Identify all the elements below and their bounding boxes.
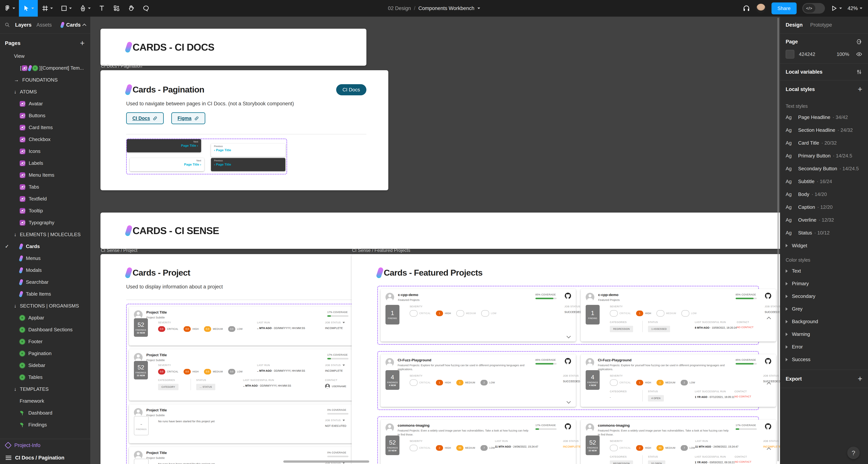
sidebar-page-row[interactable]: ✓ Cards <box>0 240 90 253</box>
status-chip[interactable]: 1 ASSESSED <box>648 326 670 332</box>
featured-row-selection[interactable]: commons-imaging Featured Projects: Even … <box>377 417 759 464</box>
sidebar-page-row[interactable]: Icons <box>0 145 90 157</box>
project-card[interactable]: Project Title Project Subtitle 17% COVER… <box>129 306 368 345</box>
pagination-tile[interactable]: Next Page Title › <box>127 139 201 152</box>
tab-design[interactable]: Design <box>786 22 803 28</box>
text-style-row[interactable]: Ag Secondary Button · 14/24.5 <box>780 162 868 175</box>
current-page-chip[interactable]: Cards <box>61 22 86 28</box>
add-export-button[interactable]: + <box>858 375 862 383</box>
sidebar-page-row[interactable]: Menus <box>0 253 90 264</box>
frame-tool-button[interactable] <box>38 0 57 16</box>
widget-style-folder[interactable]: Widget <box>780 239 868 252</box>
github-icon[interactable] <box>564 423 571 430</box>
sidebar-page-row[interactable]: Menu Items <box>0 169 90 181</box>
variables-sliders-icon[interactable] <box>856 69 862 75</box>
help-button[interactable]: ? <box>847 446 860 459</box>
expand-arrow-icon[interactable]: ↓ <box>14 89 17 95</box>
text-style-row[interactable]: Ag Caption · 12/20 <box>780 201 868 213</box>
sidebar-page-row[interactable]: Tables <box>0 371 90 383</box>
project-cards-selection[interactable]: Project Title Project Subtitle 17% COVER… <box>126 304 371 464</box>
link-button[interactable]: Figma <box>171 112 205 124</box>
sidebar-page-row[interactable]: ↓ ATOMS <box>0 86 90 98</box>
color-style-group[interactable]: Grey <box>780 303 868 315</box>
text-style-row[interactable]: Ag Status · 10/12 <box>780 226 868 239</box>
sidebar-page-row[interactable]: Dashboard <box>0 407 90 419</box>
text-tool-button[interactable] <box>94 0 109 16</box>
category-chip[interactable]: REGRESSION <box>610 460 633 464</box>
share-button[interactable]: Share <box>772 2 797 14</box>
github-icon[interactable] <box>765 292 772 299</box>
text-style-row[interactable]: Ag Subtitle · 16/24 <box>780 175 868 188</box>
expand-chevron-icon[interactable] <box>767 317 771 321</box>
sidebar-page-row[interactable]: Card Items <box>0 122 90 133</box>
github-icon[interactable] <box>765 423 772 430</box>
breadcrumb-file[interactable]: Components Workbench <box>418 5 474 11</box>
sidebar-page-row[interactable]: Footer <box>0 336 90 347</box>
github-icon[interactable] <box>765 358 772 365</box>
sidebar-page-row[interactable]: Sidebar <box>0 359 90 371</box>
actions-tool-button[interactable] <box>109 0 124 16</box>
audio-headphones-icon[interactable] <box>742 4 750 12</box>
horizontal-scrollbar[interactable] <box>283 460 369 463</box>
github-icon[interactable] <box>564 358 571 365</box>
chevron-down-icon[interactable] <box>477 7 480 9</box>
sidebar-page-row[interactable]: Findings <box>0 419 90 431</box>
move-tool-button[interactable] <box>19 0 38 16</box>
pagination-tile[interactable]: Previous ‹ Page Title <box>211 158 285 171</box>
featured-project-card[interactable]: CI-Fuzz-Playground Featured Projects: Ex… <box>380 354 576 407</box>
project-card[interactable]: Project Title Project Subtitle 17% COVER… <box>129 349 368 401</box>
sidebar-page-row[interactable]: Tooltip <box>0 205 90 217</box>
vertical-scrollbar[interactable] <box>777 18 779 461</box>
sidebar-page-row[interactable]: Modals <box>0 264 90 276</box>
color-style-group[interactable]: Text <box>780 265 868 277</box>
text-style-row[interactable]: Ag Body · 14/20 <box>780 188 868 201</box>
present-button[interactable] <box>831 5 842 12</box>
color-style-group[interactable]: Success <box>780 353 868 366</box>
tab-assets[interactable]: Assets <box>36 22 52 28</box>
eye-icon[interactable] <box>856 51 862 57</box>
expand-arrow-icon[interactable]: → <box>14 77 19 83</box>
frame-label[interactable]: CI Docs / Pagination <box>101 63 142 69</box>
frame-label[interactable]: CI Sense / Featured Projects <box>352 248 410 253</box>
featured-row-selection[interactable]: CI-Fuzz-Playground Featured Projects: Ex… <box>377 351 759 410</box>
sidebar-page-row[interactable]: Appbar <box>0 312 90 324</box>
github-icon[interactable] <box>564 292 571 299</box>
text-style-row[interactable]: Ag Primary Button · 14/24.5 <box>780 149 868 162</box>
featured-project-card[interactable]: c-cpp-demo Featured Projects 85% COVERAG… <box>380 289 576 341</box>
category-chip[interactable]: CATEGORY <box>158 384 179 390</box>
pagination-tile[interactable]: Previous ‹ Page Title <box>211 144 285 157</box>
color-style-group[interactable]: Error <box>780 340 868 353</box>
expand-chevron-icon[interactable] <box>566 399 571 404</box>
sidebar-page-row[interactable]: Typography <box>0 217 90 229</box>
expand-arrow-icon[interactable]: ↓ <box>14 232 17 237</box>
shape-tool-button[interactable] <box>57 0 75 16</box>
zoom-control[interactable]: 42% <box>847 5 862 11</box>
variable-modes-icon[interactable] <box>856 38 862 45</box>
color-style-group[interactable]: Secondary <box>780 290 868 303</box>
status-chip[interactable]: 4 OPEN <box>648 395 664 401</box>
status-chip[interactable]: ... STATUS <box>196 384 215 390</box>
sidebar-page-row[interactable]: Buttons <box>0 110 90 122</box>
sidebar-page-row[interactable]: ↓ TEMPLATES <box>0 383 90 395</box>
sidebar-page-row[interactable]: Framework <box>0 395 90 407</box>
color-opacity-value[interactable]: 100% <box>837 51 851 57</box>
color-style-group[interactable]: Primary <box>780 277 868 290</box>
color-hex-value[interactable]: 424242 <box>799 51 824 57</box>
sidebar-page-row[interactable]: Labels <box>0 157 90 169</box>
user-avatar[interactable] <box>756 3 766 13</box>
pagination-selection[interactable]: Previous ‹ Page Title Next Page Title › … <box>126 138 287 174</box>
featured-project-card[interactable]: CI-Fuzz-Playground Featured Projects: Ex… <box>581 354 776 407</box>
featured-project-card[interactable]: commons-imaging Featured Projects: Even … <box>380 420 576 464</box>
frame-cards-ci-sense-header[interactable]: CARDS - CI SENSE <box>100 212 780 249</box>
text-style-row[interactable]: Ag Card Title · 20/32 <box>780 136 868 149</box>
expand-arrow-icon[interactable]: ↓ <box>14 386 17 392</box>
color-swatch[interactable] <box>786 50 794 59</box>
sidebar-page-row[interactable]: Checkbox <box>0 133 90 145</box>
search-icon[interactable] <box>4 22 10 28</box>
pen-tool-button[interactable] <box>75 0 94 16</box>
color-style-group[interactable]: Background <box>780 315 868 328</box>
featured-row-selection[interactable]: c-cpp-demo Featured Projects 85% COVERAG… <box>377 286 759 345</box>
sidebar-footer-row[interactable]: Project-Info <box>0 439 90 452</box>
breadcrumb-project[interactable]: 02 Design <box>388 5 411 11</box>
featured-project-card[interactable]: commons-imaging Featured Projects: Even … <box>581 420 776 464</box>
